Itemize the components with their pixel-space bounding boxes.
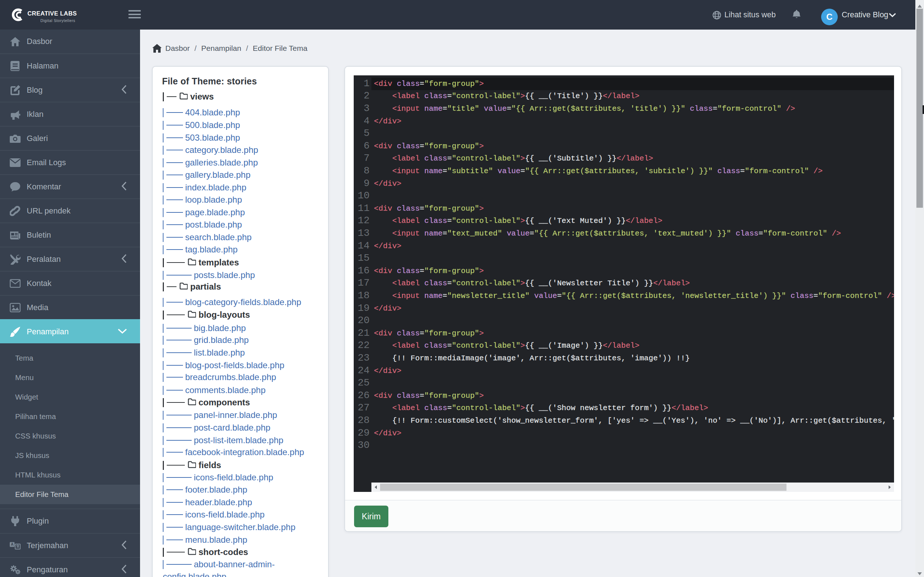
svg-text:A: A [11,542,14,546]
